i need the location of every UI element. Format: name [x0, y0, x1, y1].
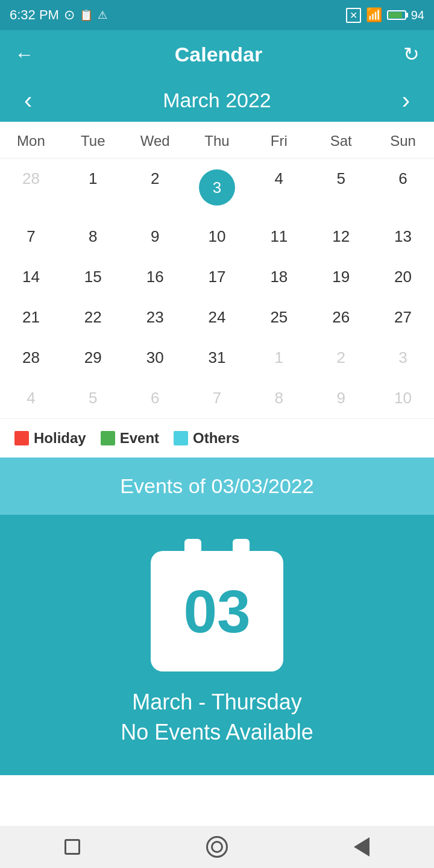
calendar-day[interactable]: 25 [248, 297, 310, 338]
legend-item-event: Event [101, 430, 159, 447]
calendar-icon: 03 [151, 539, 283, 671]
calendar-day[interactable]: 24 [186, 297, 248, 338]
calendar-day[interactable]: 29 [62, 338, 124, 378]
event-status-label: No Events Available [121, 720, 313, 745]
circle-icon [206, 836, 228, 858]
back-button[interactable]: ← [14, 43, 34, 66]
calendar-day[interactable]: 19 [310, 257, 372, 297]
calendar-day[interactable]: 20 [372, 257, 434, 297]
recents-button[interactable] [202, 832, 232, 862]
day-headers: Mon Tue Wed Thu Fri Sat Sun [0, 122, 434, 159]
event-label: Event [120, 430, 159, 447]
day-header-wed: Wed [124, 122, 186, 158]
battery-icon [387, 10, 406, 20]
notification-icon: 📋 [80, 8, 93, 22]
calendar-day[interactable]: 16 [124, 257, 186, 297]
calendar-day[interactable]: 10 [372, 378, 434, 418]
battery-fill [389, 12, 402, 18]
others-label: Others [193, 430, 239, 447]
calendar-container: Mon Tue Wed Thu Fri Sat Sun 28 1 2 3 4 5… [0, 122, 434, 418]
calendar-day[interactable]: 18 [248, 257, 310, 297]
calendar-day[interactable]: 21 [0, 297, 62, 338]
prev-month-button[interactable]: ‹ [18, 87, 38, 114]
close-icon: ✕ [346, 8, 361, 23]
calendar-day[interactable]: 1 [62, 159, 124, 216]
calendar-day[interactable]: 28 [0, 159, 62, 216]
calendar-day[interactable]: 2 [310, 338, 372, 378]
event-dot [101, 431, 115, 445]
app-header: ← Calendar ↻ [0, 30, 434, 78]
calendar-day[interactable]: 7 [186, 378, 248, 418]
calendar-day[interactable]: 8 [248, 378, 310, 418]
back-triangle-icon [354, 837, 370, 857]
calendar-day[interactable]: 5 [62, 378, 124, 418]
calendar-day[interactable]: 3 [372, 338, 434, 378]
legend-item-holiday: Holiday [14, 430, 86, 447]
calendar-day[interactable]: 2 [124, 159, 186, 216]
calendar-day[interactable]: 12 [310, 216, 372, 257]
month-year-label: March 2022 [163, 89, 271, 112]
warning-icon: ⚠ [98, 8, 107, 22]
holiday-label: Holiday [34, 430, 86, 447]
day-header-mon: Mon [0, 122, 62, 158]
status-left: 6:32 PM ⊙ 📋 ⚠ [10, 7, 107, 23]
legend: Holiday Event Others [0, 418, 434, 458]
square-icon [64, 839, 80, 855]
calendar-day[interactable]: 1 [248, 338, 310, 378]
calendar-day[interactable]: 13 [372, 216, 434, 257]
calendar-day[interactable]: 17 [186, 257, 248, 297]
calendar-day[interactable]: 26 [310, 297, 372, 338]
calendar-day[interactable]: 14 [0, 257, 62, 297]
status-right: ✕ 📶 94 [346, 7, 424, 23]
holiday-dot [14, 431, 29, 445]
calendar-day[interactable]: 6 [124, 378, 186, 418]
calendar-day[interactable]: 6 [372, 159, 434, 216]
calendar-day[interactable]: 15 [62, 257, 124, 297]
calendar-day[interactable]: 4 [0, 378, 62, 418]
legend-item-others: Others [174, 430, 239, 447]
calendar-body: 03 [151, 551, 283, 671]
day-header-tue: Tue [62, 122, 124, 158]
calendar-day[interactable]: 28 [0, 338, 62, 378]
event-day-label: March - Thursday [132, 690, 301, 715]
calendar-day[interactable]: 10 [186, 216, 248, 257]
battery-percent: 94 [411, 8, 424, 22]
calendar-day[interactable]: 31 [186, 338, 248, 378]
refresh-button[interactable]: ↻ [403, 43, 420, 66]
others-dot [174, 431, 188, 445]
event-day-number: 03 [183, 581, 250, 641]
calendar-day[interactable]: 4 [248, 159, 310, 216]
calendar-day[interactable]: 8 [62, 216, 124, 257]
time-display: 6:32 PM [10, 7, 59, 23]
calendar-day[interactable]: 23 [124, 297, 186, 338]
bottom-nav [0, 826, 434, 868]
day-header-sat: Sat [310, 122, 372, 158]
calendar-day[interactable]: 11 [248, 216, 310, 257]
signal-icon: ⊙ [64, 7, 75, 23]
wifi-icon: 📶 [366, 7, 382, 23]
next-month-button[interactable]: › [396, 87, 416, 114]
day-header-fri: Fri [248, 122, 310, 158]
calendar-grid: 28 1 2 3 4 5 6 7 8 9 10 11 12 13 14 15 1… [0, 159, 434, 418]
calendar-day[interactable]: 9 [310, 378, 372, 418]
page-title: Calendar [175, 43, 263, 66]
day-header-sun: Sun [372, 122, 434, 158]
home-button[interactable] [57, 832, 87, 862]
status-bar: 6:32 PM ⊙ 📋 ⚠ ✕ 📶 94 [0, 0, 434, 30]
events-header: Events of 03/03/2022 [0, 458, 434, 515]
events-header-text: Events of 03/03/2022 [120, 474, 313, 497]
calendar-day-today[interactable]: 3 [186, 159, 248, 216]
day-header-thu: Thu [186, 122, 248, 158]
event-detail-card: 03 March - Thursday No Events Available [0, 515, 434, 775]
calendar-day[interactable]: 30 [124, 338, 186, 378]
back-nav-button[interactable] [347, 832, 377, 862]
calendar-day[interactable]: 7 [0, 216, 62, 257]
calendar-day[interactable]: 9 [124, 216, 186, 257]
calendar-day[interactable]: 22 [62, 297, 124, 338]
calendar-day[interactable]: 27 [372, 297, 434, 338]
calendar-header: ‹ March 2022 › [0, 78, 434, 122]
calendar-day[interactable]: 5 [310, 159, 372, 216]
